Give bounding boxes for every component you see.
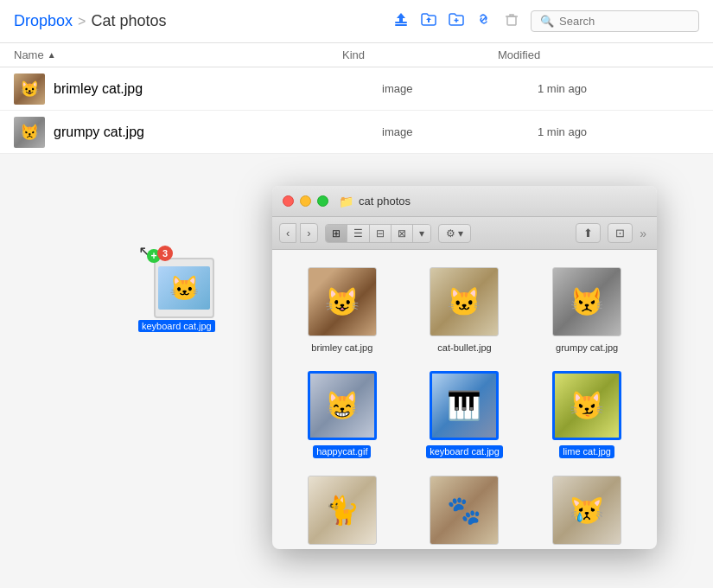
breadcrumb: Dropbox > Cat photos (14, 12, 392, 30)
list-view-button[interactable]: ☰ (347, 225, 370, 242)
item-label: brimley cat.jpg (311, 342, 372, 354)
file-kind: image (382, 82, 538, 95)
item-label: cat-bullet.jpg (437, 342, 491, 354)
finder-item[interactable]: 🎹 keyboard cat.jpg (404, 362, 526, 466)
finder-title: cat photos (359, 195, 411, 208)
table-row[interactable]: 😺 brimley cat.jpg image 1 min ago (0, 67, 713, 111)
finder-item[interactable]: 🐱 cat-bullet.jpg (404, 259, 526, 362)
search-box[interactable]: 🔍 (531, 10, 699, 32)
view-button-group: ⊞ ☰ ⊟ ⊠ ▾ (325, 224, 431, 243)
resize-button[interactable]: ⊡ (608, 223, 633, 243)
icon-view-button[interactable]: ⊞ (326, 225, 347, 242)
finder-item[interactable]: 😿 serious_cat.jpg (525, 467, 648, 549)
table-row[interactable]: 😾 grumpy cat.jpg image 1 min ago (0, 111, 713, 154)
item-label: happycat.gif (313, 445, 371, 457)
finder-item[interactable]: 🐾 Maru.jpg (404, 467, 526, 549)
trash-icon[interactable] (503, 10, 520, 32)
item-label: keyboard cat.jpg (426, 445, 503, 457)
sort-arrow: ▲ (48, 50, 56, 60)
folder-icon: 📁 (339, 195, 353, 208)
search-icon: 🔍 (540, 15, 554, 28)
file-name: grumpy cat.jpg (54, 125, 382, 140)
finder-toolbar: ‹ › ⊞ ☰ ⊟ ⊠ ▾ ⚙ ▾ ⬆ ⊡ » (272, 217, 657, 250)
drag-file-preview: 🐱 (154, 258, 214, 318)
cover-flow-button[interactable]: ⊠ (392, 225, 413, 242)
svg-marker-3 (426, 17, 431, 22)
finder-item[interactable]: 😸 happycat.gif (281, 362, 404, 466)
svg-marker-1 (397, 13, 405, 22)
finder-item[interactable]: 😺 brimley cat.jpg (281, 259, 404, 362)
breadcrumb-dropbox[interactable]: Dropbox (14, 12, 73, 30)
close-button[interactable] (283, 195, 294, 207)
file-thumbnail: 😾 (14, 117, 45, 148)
item-label: lime cat.jpg (559, 445, 614, 457)
file-thumbnail: 😺 (14, 74, 45, 105)
svg-rect-6 (507, 16, 516, 25)
finder-item[interactable]: 😾 grumpy cat.jpg (525, 259, 648, 362)
col-name-header[interactable]: Name ▲ (14, 48, 342, 61)
col-modified-header[interactable]: Modified (498, 48, 699, 61)
file-kind: image (382, 125, 538, 138)
breadcrumb-current: Cat photos (91, 12, 166, 30)
finder-item[interactable]: 🐈 longcat.jpg (281, 467, 404, 549)
more-button[interactable]: » (636, 227, 650, 240)
action-button[interactable]: ⚙ ▾ (438, 224, 471, 243)
maximize-button[interactable] (317, 195, 328, 207)
finder-titlebar: 📁 cat photos (272, 186, 657, 217)
file-modified: 1 min ago (538, 125, 699, 138)
new-folder-icon[interactable] (448, 10, 465, 32)
table-header: Name ▲ Kind Modified (0, 43, 713, 67)
finder-content: 😺 brimley cat.jpg 🐱 cat-bullet.jpg 😾 gru… (272, 250, 657, 549)
back-button[interactable]: ‹ (279, 223, 296, 243)
dropbox-panel: Dropbox > Cat photos 🔍 (0, 0, 713, 154)
item-thumbnail: 🎹 (430, 371, 499, 440)
view-options-button[interactable]: ▾ (413, 225, 430, 242)
breadcrumb-separator: > (78, 14, 86, 29)
item-thumbnail: 😺 (308, 267, 377, 336)
toolbar-icons (392, 10, 520, 32)
item-label: grumpy cat.jpg (556, 342, 618, 354)
minimize-button[interactable] (300, 195, 311, 207)
item-thumbnail: 🐈 (308, 476, 377, 545)
file-modified: 1 min ago (538, 82, 699, 95)
share-button[interactable]: ⬆ (576, 223, 601, 243)
item-thumbnail: 😿 (552, 476, 621, 545)
finder-item[interactable]: 😼 lime cat.jpg (525, 362, 648, 466)
traffic-lights (283, 195, 328, 207)
item-thumbnail: 😼 (552, 371, 621, 440)
item-thumbnail: 🐱 (430, 267, 499, 336)
name-col-label: Name (14, 48, 44, 61)
drag-label: keyboard cat.jpg (138, 320, 215, 332)
forward-button[interactable]: › (300, 223, 317, 243)
item-thumbnail: 😸 (308, 371, 377, 440)
search-input[interactable] (559, 15, 690, 28)
column-view-button[interactable]: ⊟ (370, 225, 392, 242)
col-kind-header[interactable]: Kind (342, 48, 498, 61)
link-icon[interactable] (475, 10, 493, 32)
drag-count-badge: 3 (157, 246, 173, 261)
folder-upload-icon[interactable] (420, 10, 437, 32)
dropbox-header: Dropbox > Cat photos 🔍 (0, 0, 713, 43)
svg-rect-0 (395, 22, 407, 23)
item-thumbnail: 🐾 (430, 476, 499, 545)
svg-rect-2 (395, 24, 407, 26)
item-thumbnail: 😾 (552, 267, 621, 336)
finder-window: 📁 cat photos ‹ › ⊞ ☰ ⊟ ⊠ ▾ ⚙ ▾ ⬆ ⊡ » 😺 b… (272, 186, 657, 549)
file-name: brimley cat.jpg (54, 81, 382, 97)
drag-file-inner: 🐱 (158, 266, 210, 310)
upload-icon[interactable] (392, 10, 410, 32)
